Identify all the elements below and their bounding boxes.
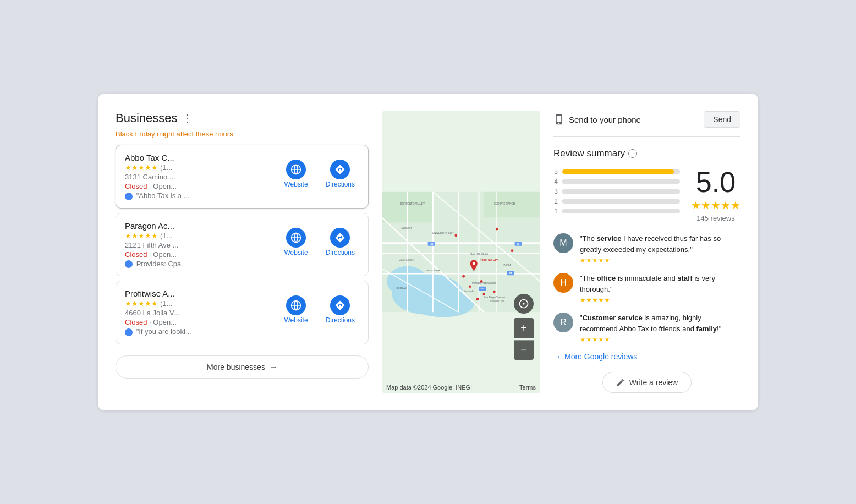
reviews-list: M "The service I have received thus far …: [553, 233, 740, 343]
bar-track-4: [562, 179, 680, 184]
svg-text:LINDA VISTA: LINDA VISTA: [426, 269, 440, 272]
bar-row-1: 1: [553, 207, 680, 215]
send-button[interactable]: Send: [704, 111, 740, 128]
snippet-2: Provides: Cpa: [125, 260, 276, 269]
map-data-label: Map data ©2024 Google, INEGI: [386, 384, 472, 391]
snippet-3: "If you are looki...: [125, 327, 276, 336]
more-reviews-label: More Google reviews: [564, 352, 637, 361]
map-controls: + −: [514, 294, 534, 360]
svg-point-50: [469, 285, 471, 288]
website-btn-1[interactable]: Website: [280, 157, 312, 190]
review-stars-1: ★★★★★: [580, 256, 740, 264]
status-3: Closed · Open...: [125, 318, 276, 326]
review-item-3: R "Customer service is amazing, highly r…: [553, 313, 740, 343]
businesses-list: Abbo Tax C... ★★★★★ (1... 3131 Camino ..…: [116, 145, 369, 349]
directions-label-3: Directions: [326, 316, 355, 324]
review-item-2: H "The office is immaculate and staff is…: [553, 273, 740, 304]
zoom-in-button[interactable]: +: [514, 318, 534, 338]
verified-icon-3: [125, 328, 133, 336]
bar-row-2: 2: [553, 198, 680, 205]
rating-bars-section: 5 4 3 2: [553, 168, 740, 222]
bar-row-5: 5: [553, 168, 680, 176]
verified-icon-2: [125, 260, 133, 268]
write-review-label: Write a review: [629, 378, 678, 387]
directions-btn-2[interactable]: Directions: [321, 226, 359, 259]
business-card-3[interactable]: Profitwise A... ★★★★★ (1... 4660 La Joll…: [116, 281, 369, 344]
website-btn-2[interactable]: Website: [280, 226, 312, 259]
snippet-1: "Abbo Tax is a ...: [125, 191, 276, 200]
send-label: Send to your phone: [553, 114, 641, 125]
more-icon[interactable]: ⋮: [182, 112, 193, 125]
website-icon-1: [286, 160, 306, 179]
directions-btn-1[interactable]: Directions: [321, 157, 359, 190]
actions-row-2: Website Directions: [280, 226, 360, 259]
pencil-icon: [616, 378, 625, 387]
send-to-phone-label: Send to your phone: [569, 115, 641, 124]
map-container[interactable]: 163 52 94 805 SORRENTO VALLEY SCRIPPS RA…: [382, 111, 540, 393]
svg-point-45: [454, 234, 457, 237]
more-businesses-button[interactable]: More businesses →: [116, 355, 369, 379]
business-info-2: Paragon Ac... ★★★★★ (1... 2121 Fifth Ave…: [125, 221, 276, 269]
directions-btn-3[interactable]: Directions: [321, 293, 359, 326]
website-label-1: Website: [284, 180, 308, 188]
stars-3: ★★★★★: [125, 299, 158, 308]
website-icon-2: [286, 228, 306, 248]
rating-count-3: (1...: [160, 299, 172, 308]
review-text-1: "The service I have received thus far ha…: [580, 233, 740, 255]
address-2: 2121 Fifth Ave ...: [125, 241, 276, 249]
review-content-2: "The office is immaculate and staff is v…: [580, 273, 740, 304]
phone-icon: [553, 114, 564, 125]
write-review-button[interactable]: Write a review: [602, 372, 692, 393]
arrow-icon: →: [270, 363, 277, 371]
svg-point-52: [493, 291, 496, 293]
bar-track-2: [562, 199, 680, 204]
svg-text:94: 94: [509, 272, 512, 275]
svg-text:San Diego Taxman: San Diego Taxman: [484, 296, 505, 299]
compass-button[interactable]: [514, 294, 534, 314]
actions-row-1: Website Directions: [280, 157, 360, 190]
svg-text:Abbo Tax CPA: Abbo Tax CPA: [480, 258, 499, 261]
svg-text:Paragon Accountants: Paragon Accountants: [472, 282, 497, 284]
svg-point-51: [482, 293, 485, 295]
business-card-2[interactable]: Paragon Ac... ★★★★★ (1... 2121 Fifth Ave…: [116, 213, 369, 277]
zoom-out-button[interactable]: −: [514, 340, 534, 360]
svg-text:IB CPA: IB CPA: [503, 264, 512, 267]
more-google-reviews-link[interactable]: → More Google reviews: [553, 352, 740, 361]
svg-point-48: [462, 275, 465, 278]
rating-count-2: (1...: [160, 232, 172, 240]
left-panel: Businesses ⋮ Black Friday might affect t…: [116, 111, 369, 393]
big-stars: ★★★★★: [691, 199, 740, 212]
terms-link[interactable]: Terms: [519, 384, 536, 391]
stars-2: ★★★★★: [125, 232, 158, 240]
bar-track-5: [562, 169, 680, 174]
bar-fill-1: [562, 209, 563, 213]
review-count: 145 reviews: [691, 214, 740, 222]
big-rating-number: 5.0: [691, 168, 740, 196]
review-content-3: "Customer service is amazing, highly rec…: [580, 313, 740, 343]
map-area[interactable]: 163 52 94 805 SORRENTO VALLEY SCRIPPS RA…: [382, 111, 540, 393]
bars-column: 5 4 3 2: [553, 168, 680, 217]
svg-text:Coronado: Coronado: [464, 289, 474, 292]
business-card-1[interactable]: Abbo Tax C... ★★★★★ (1... 3131 Camino ..…: [116, 145, 369, 209]
review-text-3: "Customer service is amazing, highly rec…: [580, 313, 740, 334]
info-icon[interactable]: i: [628, 149, 637, 158]
website-btn-3[interactable]: Website: [280, 293, 312, 326]
address-3: 4660 La Jolla V...: [125, 309, 276, 317]
bar-track-3: [562, 189, 680, 194]
bar-fill-5: [562, 169, 674, 174]
review-stars-2: ★★★★★: [580, 296, 740, 304]
business-name-2: Paragon Ac...: [125, 221, 276, 231]
website-label-3: Website: [284, 316, 308, 324]
bar-fill-3: [562, 189, 564, 194]
avatar-m: M: [553, 233, 573, 253]
review-text-2: "The office is immaculate and staff is v…: [580, 273, 740, 294]
svg-text:KEARNY MESA: KEARNY MESA: [470, 253, 489, 255]
svg-text:National City: National City: [490, 300, 504, 303]
svg-point-53: [476, 298, 479, 301]
business-info-3: Profitwise A... ★★★★★ (1... 4660 La Joll…: [125, 289, 276, 336]
review-content-1: "The service I have received thus far ha…: [580, 233, 740, 264]
review-stars-3: ★★★★★: [580, 336, 740, 343]
directions-icon-3: [330, 295, 350, 315]
stars-1: ★★★★★: [125, 163, 158, 172]
bar-fill-2: [562, 199, 563, 204]
